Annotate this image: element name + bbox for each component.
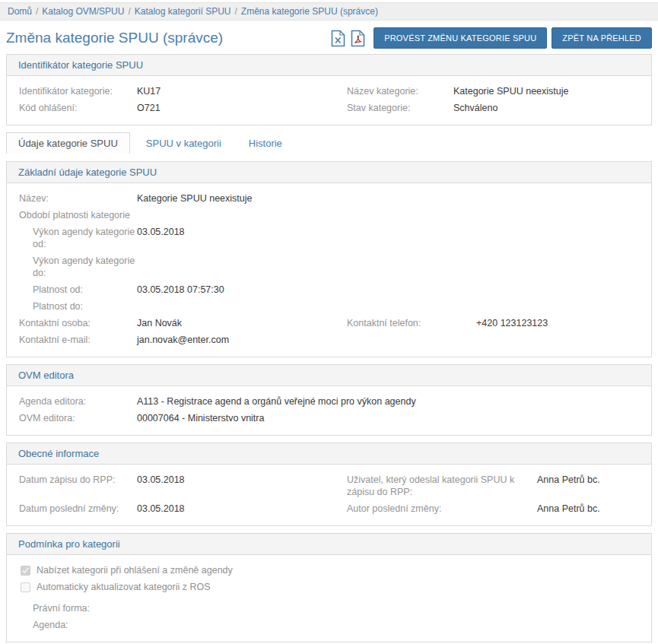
field-kontaktni-telefon: Kontaktní telefon: +420 123123123 (347, 315, 639, 332)
breadcrumb-home[interactable]: Domů (8, 6, 32, 17)
field-datum-posledni-zmeny: Datum poslední změny: 03.05.2018 (19, 500, 347, 517)
field-agenda-editora: Agenda editora: A113 - Registrace agend … (19, 393, 639, 410)
field-ovm-editora: OVM editora: 00007064 - Ministerstvo vni… (19, 410, 639, 427)
kontaktni-osoba-value: Jan Novák (137, 317, 182, 329)
checkbox-row-nabizet-kategorii: Nabízet kategorii při ohlášení a změně a… (19, 562, 639, 579)
kontaktni-email-label: Kontaktní e-mail: (19, 334, 137, 346)
nazev-label: Název: (19, 192, 137, 205)
section-obecne-informace-title: Obecné informace (7, 443, 651, 465)
field-agenda: Agenda: (19, 617, 639, 633)
breadcrumb-katalog-ovm-spuu[interactable]: Katalog OVM/SPUU (42, 6, 124, 17)
page-title: Změna kategorie SPUU (správce) (6, 30, 329, 46)
vykon-agendy-od-value: 03.05.2018 (137, 226, 185, 238)
field-kontaktni-email: Kontaktní e-mail: jan.novak@enter.com (19, 332, 347, 348)
field-kod-ohlaseni: Kód ohlášení: O721 (19, 100, 347, 116)
section-podminka-pro-kategorii: Podmínka pro kategorii Nabízet kategorii… (6, 533, 652, 642)
section-ovm-editora: OVM editora Agenda editora: A113 - Regis… (6, 364, 652, 436)
tab-bar: Údaje kategorie SPUU SPUU v kategorii Hi… (6, 132, 652, 154)
zpet-na-prehled-button[interactable]: ZPĚT NA PŘEHLED (552, 27, 652, 49)
kontaktni-osoba-label: Kontaktní osoba: (19, 317, 137, 329)
nazev-value: Kategorie SPUU neexistuje (137, 192, 252, 205)
pdf-export-icon[interactable] (349, 30, 366, 47)
section-ovm-editora-title: OVM editora (7, 365, 651, 386)
tab-historie[interactable]: Historie (237, 133, 294, 154)
group-obdobi-platnosti: Období platnosti kategorie (19, 207, 639, 224)
section-zakladni-udaje: Základní údaje kategorie SPUU Název: Kat… (6, 161, 652, 357)
stav-kategorie-label: Stav kategorie: (347, 102, 453, 114)
field-platnost-od: Platnost od: 03.05.2018 07:57:30 (19, 281, 639, 298)
field-pravni-forma: Právní forma: (19, 600, 639, 617)
platnost-do-label: Platnost do: (33, 300, 137, 312)
datum-zapisu-value: 03.05.2018 (137, 474, 185, 486)
datum-zapisu-label: Datum zápisu do RPP: (19, 474, 137, 486)
field-vykon-agendy-od: Výkon agendy kategorie od: 03.05.2018 (19, 224, 639, 252)
breadcrumb-separator: / (128, 6, 130, 17)
identifikator-kategorie-label: Identifikátor kategorie: (19, 85, 137, 97)
platnost-od-value: 03.05.2018 07:57:30 (137, 284, 224, 296)
nabizet-kategorii-label: Nabízet kategorii při ohlášení a změně a… (37, 565, 233, 576)
checkbox-row-automaticky-aktualizovat: Automaticky aktualizovat kategorii z ROS (19, 579, 639, 595)
breadcrumb-katalog-kategorii-spuu[interactable]: Katalog kategorií SPUU (135, 6, 231, 17)
kod-ohlaseni-label: Kód ohlášení: (19, 102, 137, 114)
pravni-forma-label: Právní forma: (33, 602, 137, 614)
nabizet-kategorii-checkbox (21, 566, 30, 576)
section-identifikator-kategorie: Identifikátor kategorie SPUU Identifikát… (6, 54, 652, 125)
autor-posledni-zmeny-value: Anna Petrů bc. (537, 503, 600, 515)
field-vykon-agendy-do: Výkon agendy kategorie do: (19, 252, 639, 281)
field-stav-kategorie: Stav kategorie: Schváleno (347, 100, 639, 116)
kod-ohlaseni-value: O721 (137, 102, 161, 114)
vykon-agendy-od-label: Výkon agendy kategorie od: (33, 226, 137, 250)
breadcrumb-separator: / (234, 6, 237, 17)
breadcrumb: Domů / Katalog OVM/SPUU / Katalog katego… (0, 2, 658, 21)
platnost-od-label: Platnost od: (33, 284, 137, 296)
agenda-label: Agenda: (33, 619, 137, 631)
stav-kategorie-value: Schváleno (453, 102, 497, 114)
kontaktni-email-value: jan.novak@enter.com (137, 334, 229, 346)
field-kontaktni-osoba: Kontaktní osoba: Jan Novák (19, 315, 347, 332)
field-uzivatel-odeslal: Uživatel, který odeslal kategorii SPUU k… (347, 471, 639, 500)
datum-posledni-zmeny-value: 03.05.2018 (137, 503, 185, 515)
vykon-agendy-do-label: Výkon agendy kategorie do: (33, 255, 137, 279)
provest-zmenu-kategorie-button[interactable]: PROVÉST ZMĚNU KATEGORIE SPUU (374, 27, 547, 49)
uzivatel-odeslal-label: Uživatel, který odeslal kategorii SPUU k… (347, 474, 537, 498)
field-autor-posledni-zmeny: Autor poslední změny: Anna Petrů bc. (347, 500, 639, 517)
nazev-kategorie-label: Název kategorie: (347, 85, 453, 97)
excel-export-icon[interactable] (329, 30, 346, 47)
section-podminka-title: Podmínka pro kategorii (7, 534, 651, 555)
breadcrumb-separator: / (36, 6, 38, 17)
field-nazev: Název: Kategorie SPUU neexistuje (19, 190, 639, 207)
agenda-editora-value: A113 - Registrace agend a orgánů veřejné… (137, 395, 416, 408)
identifikator-kategorie-value: KU17 (137, 85, 161, 97)
page-header: Změna kategorie SPUU (správce) PROVÉST Z… (0, 21, 658, 54)
agenda-editora-label: Agenda editora: (19, 395, 137, 408)
section-identifikator-title: Identifikátor kategorie SPUU (7, 55, 651, 76)
kontaktni-telefon-value: +420 123123123 (476, 317, 548, 329)
section-obecne-informace: Obecné informace Datum zápisu do RPP: 03… (6, 443, 652, 526)
obdobi-platnosti-group-label: Období platnosti kategorie (19, 209, 130, 221)
field-nazev-kategorie: Název kategorie: Kategorie SPUU neexistu… (347, 83, 639, 100)
autor-posledni-zmeny-label: Autor poslední změny: (347, 503, 537, 515)
field-platnost-do: Platnost do: (19, 298, 639, 315)
automaticky-aktualizovat-checkbox (21, 582, 30, 592)
nazev-kategorie-value: Kategorie SPUU neexistuje (453, 85, 568, 97)
kontaktni-telefon-label: Kontaktní telefon: (347, 317, 476, 329)
section-zakladni-udaje-title: Základní údaje kategorie SPUU (7, 162, 651, 183)
automaticky-aktualizovat-label: Automaticky aktualizovat kategorii z ROS (37, 582, 211, 592)
field-identifikator-kategorie: Identifikátor kategorie: KU17 (19, 83, 347, 100)
ovm-editora-label: OVM editora: (19, 412, 137, 424)
datum-posledni-zmeny-label: Datum poslední změny: (19, 503, 137, 515)
uzivatel-odeslal-value: Anna Petrů bc. (537, 474, 600, 486)
breadcrumb-current-page: Změna kategorie SPUU (správce) (241, 6, 378, 17)
tab-spuu-v-kategorii[interactable]: SPUU v kategorii (135, 133, 233, 154)
field-datum-zapisu: Datum zápisu do RPP: 03.05.2018 (19, 471, 347, 488)
ovm-editora-value: 00007064 - Ministerstvo vnitra (137, 412, 264, 424)
tab-udaje-kategorie-spuu[interactable]: Údaje kategorie SPUU (6, 132, 130, 154)
